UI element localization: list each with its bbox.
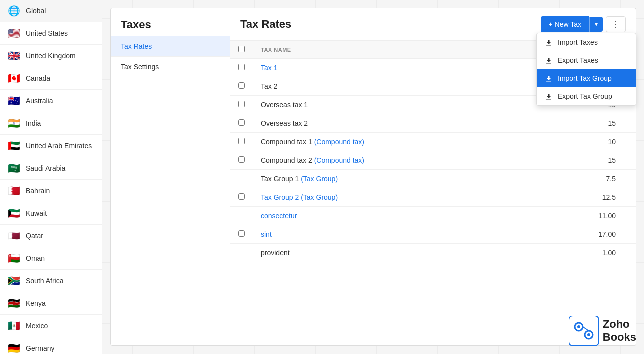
svg-point-6 bbox=[577, 326, 580, 328]
svg-point-8 bbox=[587, 334, 590, 336]
flag-icon: 🇮🇳 bbox=[8, 118, 21, 130]
tax-badge: (Compound tax) bbox=[314, 138, 364, 146]
row-checkbox[interactable] bbox=[238, 120, 245, 126]
svg-rect-3 bbox=[546, 99, 551, 100]
tax-name-link[interactable]: sint bbox=[261, 230, 272, 238]
tax-rate-cell: 7.5 bbox=[516, 170, 636, 188]
svg-rect-0 bbox=[546, 45, 551, 46]
flag-icon: 🇬🇧 bbox=[8, 50, 21, 62]
dropdown-item-import-tax-group[interactable]: Import Tax Group bbox=[537, 70, 636, 88]
row-checkbox-cell bbox=[230, 170, 253, 188]
svg-rect-2 bbox=[546, 81, 551, 82]
sidebar-item-label: Australia bbox=[26, 97, 53, 105]
sidebar-item-saudi-arabia[interactable]: 🇸🇦Saudi Arabia bbox=[0, 158, 102, 180]
taxes-nav-tax-settings[interactable]: Tax Settings bbox=[111, 57, 230, 78]
row-checkbox[interactable] bbox=[238, 101, 245, 108]
tax-rate-cell: 10 bbox=[516, 133, 636, 152]
download-icon bbox=[545, 74, 553, 82]
sidebar-item-canada[interactable]: 🇨🇦Canada bbox=[0, 68, 102, 90]
row-checkbox[interactable] bbox=[238, 194, 245, 200]
sidebar-item-kuwait[interactable]: 🇰🇼Kuwait bbox=[0, 202, 102, 225]
table-row: Tax Group 1 (Tax Group)7.5 bbox=[230, 170, 636, 188]
sidebar-item-australia[interactable]: 🇦🇺Australia bbox=[0, 90, 102, 112]
tax-name-cell: Tax Group 2 (Tax Group) bbox=[253, 188, 516, 207]
tax-name-cell: sint bbox=[253, 226, 516, 244]
tax-badge: (Compound tax) bbox=[314, 156, 364, 164]
row-checkbox[interactable] bbox=[238, 82, 245, 89]
dropdown-item-export-taxes[interactable]: Export Taxes bbox=[537, 52, 636, 70]
books-label: Books bbox=[603, 331, 636, 344]
sidebar-item-label: South Africa bbox=[26, 277, 64, 285]
row-checkbox-cell bbox=[230, 188, 253, 207]
taxes-nav-tax-rates[interactable]: Tax Rates bbox=[111, 36, 230, 57]
tax-name-link[interactable]: consectetur bbox=[261, 212, 297, 220]
sidebar-item-germany[interactable]: 🇩🇪Germany bbox=[0, 338, 102, 354]
dropdown-item-import-taxes[interactable]: Import Taxes bbox=[537, 34, 636, 52]
flag-icon: 🇰🇪 bbox=[8, 298, 21, 310]
row-checkbox-cell bbox=[230, 152, 253, 170]
tax-name-text: provident bbox=[261, 249, 290, 257]
taxes-nav: Tax RatesTax Settings bbox=[111, 36, 230, 78]
sidebar-item-label: Oman bbox=[26, 254, 45, 262]
sidebar-item-label: Germany bbox=[26, 344, 55, 352]
row-checkbox-cell bbox=[230, 133, 253, 152]
sidebar-item-united-states[interactable]: 🇺🇸United States bbox=[0, 22, 102, 45]
tax-rate-cell: 15 bbox=[516, 114, 636, 133]
tax-rate-cell: 11.00 bbox=[516, 207, 636, 226]
tax-name-cell: Tax 2 bbox=[253, 78, 516, 96]
row-checkbox-cell bbox=[230, 59, 253, 78]
tax-name-text: Overseas tax 2 bbox=[261, 120, 308, 128]
content-area: Taxes Tax RatesTax Settings Tax Rates + … bbox=[102, 0, 644, 354]
tax-name-text: Tax 2 bbox=[261, 82, 277, 90]
sidebar-item-united-kingdom[interactable]: 🇬🇧United Kingdom bbox=[0, 45, 102, 68]
tax-name-text: Compound tax 2 bbox=[261, 156, 312, 164]
select-all-header bbox=[230, 41, 253, 59]
new-tax-button[interactable]: + New Tax bbox=[541, 16, 590, 32]
flag-icon: 🇿🇦 bbox=[8, 275, 21, 287]
dropdown-item-export-tax-group[interactable]: Export Tax Group bbox=[537, 88, 636, 106]
tax-name-link[interactable]: Tax Group 2 bbox=[261, 194, 299, 202]
sidebar-item-oman[interactable]: 🇴🇲Oman bbox=[0, 248, 102, 270]
flag-icon: 🌐 bbox=[8, 5, 21, 17]
sidebar-item-bahrain[interactable]: 🇧🇭Bahrain bbox=[0, 180, 102, 202]
tax-rates-title: Tax Rates bbox=[240, 18, 541, 31]
tax-name-cell: Tax Group 1 (Tax Group) bbox=[253, 170, 516, 188]
sidebar-item-label: Kuwait bbox=[26, 210, 47, 218]
row-checkbox-cell bbox=[230, 114, 253, 133]
sidebar-item-qatar[interactable]: 🇶🇦Qatar bbox=[0, 225, 102, 248]
tax-name-cell: Compound tax 1 (Compound tax) bbox=[253, 133, 516, 152]
flag-icon: 🇰🇼 bbox=[8, 208, 21, 220]
select-all-checkbox[interactable] bbox=[238, 46, 245, 52]
main-content: Taxes Tax RatesTax Settings Tax Rates + … bbox=[102, 0, 644, 354]
dropdown-label: Export Tax Group bbox=[558, 92, 612, 100]
row-checkbox[interactable] bbox=[238, 138, 245, 144]
row-checkbox[interactable] bbox=[238, 230, 245, 237]
download-icon bbox=[545, 38, 553, 46]
sidebar-item-label: India bbox=[26, 120, 41, 128]
flag-icon: 🇲🇽 bbox=[8, 320, 21, 332]
sidebar-item-kenya[interactable]: 🇰🇪Kenya bbox=[0, 292, 102, 315]
row-checkbox-cell bbox=[230, 207, 253, 226]
row-checkbox[interactable] bbox=[238, 156, 245, 163]
table-row: provident1.00 bbox=[230, 244, 636, 262]
sidebar-item-label: United States bbox=[26, 30, 68, 38]
flag-icon: 🇶🇦 bbox=[8, 230, 21, 242]
svg-rect-4 bbox=[569, 316, 599, 346]
table-row: Tax Group 2 (Tax Group)12.5 bbox=[230, 188, 636, 207]
more-options-button[interactable]: ⋮ bbox=[606, 16, 626, 32]
sidebar-item-label: Saudi Arabia bbox=[26, 164, 65, 172]
tax-rate-cell: 12.5 bbox=[516, 188, 636, 207]
row-checkbox[interactable] bbox=[238, 64, 245, 70]
tax-rate-cell: 17.00 bbox=[516, 226, 636, 244]
sidebar-item-mexico[interactable]: 🇲🇽Mexico bbox=[0, 315, 102, 338]
zoho-icon bbox=[569, 316, 599, 346]
tax-name-link[interactable]: Tax 1 bbox=[261, 64, 277, 72]
sidebar-item-south-africa[interactable]: 🇿🇦South Africa bbox=[0, 270, 102, 292]
flag-icon: 🇴🇲 bbox=[8, 252, 21, 264]
new-tax-dropdown-button[interactable]: ▾ bbox=[589, 17, 603, 32]
sidebar-item-united-arab-emirates[interactable]: 🇦🇪United Arab Emirates bbox=[0, 135, 102, 158]
sidebar-item-india[interactable]: 🇮🇳India bbox=[0, 112, 102, 135]
flag-icon: 🇨🇦 bbox=[8, 72, 21, 84]
sidebar-item-global[interactable]: 🌐Global bbox=[0, 0, 102, 22]
download-icon bbox=[545, 92, 553, 100]
